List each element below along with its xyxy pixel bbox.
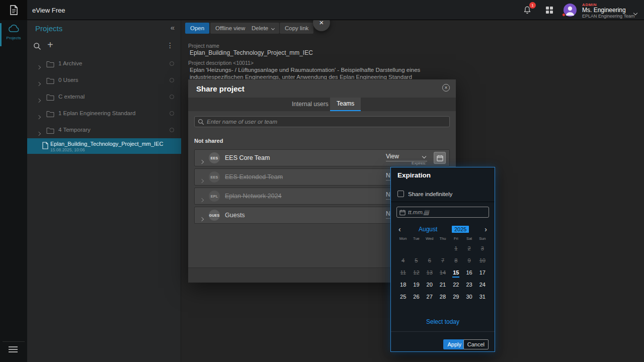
collapse-panel-icon[interactable]: «	[171, 23, 175, 32]
cancel-button[interactable]: Cancel	[463, 339, 489, 349]
status-dot-icon	[562, 13, 566, 17]
calendar-day: 1	[449, 243, 462, 255]
calendar-day[interactable]: 20	[423, 279, 436, 291]
close-dialog-icon[interactable]: ×	[442, 84, 450, 92]
tree-item-eplan-standard[interactable]: 1 Eplan Engineering Standard	[27, 105, 181, 122]
calendar-day[interactable]: 26	[410, 291, 423, 303]
expiration-calendar-button[interactable]	[434, 152, 445, 163]
menu-hamburger-icon[interactable]	[9, 345, 18, 354]
calendar-day[interactable]: 19	[410, 279, 423, 291]
calendar-day[interactable]: 30	[462, 291, 475, 303]
popover-title: Expiration	[397, 171, 431, 179]
tree-item-label: 1 Archive	[58, 60, 82, 66]
tree-item-external[interactable]: C external	[27, 88, 181, 105]
nav-rail: Projects	[0, 20, 27, 362]
calendar-day: 10	[476, 255, 489, 267]
tab-teams[interactable]: Teams	[330, 98, 361, 111]
select-today-link[interactable]: Select today	[391, 318, 495, 325]
calendar-day[interactable]: 27	[423, 291, 436, 303]
copy-link-button[interactable]: Copy link	[280, 23, 313, 34]
calendar-header: ‹ August 2025 ›	[396, 225, 489, 234]
weekday-label: Sun	[476, 236, 489, 241]
weekday-label: Fri	[449, 236, 462, 241]
apply-button[interactable]: Apply	[443, 339, 465, 349]
add-project-button[interactable]: +	[47, 39, 53, 51]
tab-internal-users[interactable]: Internal users	[287, 98, 334, 111]
open-button[interactable]: Open	[185, 23, 209, 34]
expiration-popover: Expiration Share indefinitely ‹ August 2…	[390, 167, 495, 352]
expand-chevron-icon[interactable]	[37, 95, 40, 104]
project-description-label: Project description <10011>	[188, 60, 254, 66]
calendar-day: 2	[462, 243, 475, 255]
team-avatar: EES	[209, 171, 220, 183]
day-grid: 1234567891011121314151617181920212223242…	[396, 243, 489, 303]
status-circle-icon	[170, 111, 174, 116]
calendar-day[interactable]: 16	[462, 267, 475, 279]
status-circle-icon	[170, 128, 174, 132]
calendar-day[interactable]: 18	[396, 279, 410, 291]
expand-chevron-icon[interactable]	[200, 175, 203, 185]
expand-chevron-icon[interactable]	[37, 62, 40, 71]
delete-label: Delete	[252, 25, 268, 31]
team-row-ees-core[interactable]: EES EES Core Team View Expires:	[194, 149, 450, 166]
calendar-day[interactable]: 28	[436, 291, 449, 303]
folder-icon	[46, 94, 54, 103]
offline-view-button[interactable]: Offline view	[210, 23, 250, 34]
calendar-month[interactable]: August	[419, 226, 437, 233]
calendar-day: 13	[423, 267, 436, 279]
share-indefinitely-checkbox[interactable]	[397, 191, 404, 197]
calendar-day[interactable]: 29	[449, 291, 462, 303]
expand-chevron-icon[interactable]	[37, 112, 40, 121]
calendar-day[interactable]: 25	[396, 291, 410, 303]
weekday-label: Sat	[462, 236, 475, 241]
app-title: eView Free	[32, 7, 65, 14]
folder-icon	[46, 110, 54, 119]
tree-item-archive[interactable]: 1 Archive	[27, 55, 181, 72]
previous-month-icon[interactable]: ‹	[398, 225, 401, 234]
not-shared-section-label: Not shared	[194, 138, 223, 144]
calendar-day-empty	[436, 243, 449, 255]
share-indefinitely-label: Share indefinitely	[408, 191, 452, 197]
expiration-date-field[interactable]	[396, 207, 489, 218]
delete-button[interactable]: Delete	[247, 23, 279, 34]
search-icon[interactable]	[33, 42, 41, 52]
expand-chevron-icon[interactable]	[37, 78, 40, 87]
calendar-day[interactable]: 17	[476, 267, 489, 279]
sidebar-item-projects[interactable]: Projects	[0, 24, 27, 40]
team-search-field[interactable]	[194, 116, 450, 127]
tree-item-label: 4 Temporary	[58, 127, 91, 133]
selected-project-row[interactable]: Eplan_Building_Technology_Project_mm_IEC…	[27, 138, 181, 154]
calendar-year-selected[interactable]: 2025	[452, 226, 469, 233]
calendar-day[interactable]: 22	[449, 279, 462, 291]
panel-more-menu-icon[interactable]: ⋮	[167, 41, 174, 49]
calendar-day[interactable]: 21	[436, 279, 449, 291]
expiration-date-input[interactable]	[408, 207, 488, 217]
calendar-day: 12	[410, 267, 423, 279]
calendar-day: 9	[462, 255, 475, 267]
calendar-icon	[437, 155, 443, 161]
apps-grid-icon[interactable]	[546, 7, 553, 14]
search-input[interactable]	[207, 117, 447, 127]
tree-item-temporary[interactable]: 4 Temporary	[27, 122, 181, 138]
search-icon	[198, 119, 204, 125]
tree-item-users[interactable]: 0 Users	[27, 72, 181, 88]
calendar-day[interactable]: 31	[476, 291, 489, 303]
delete-dropdown-chevron-icon[interactable]	[271, 27, 275, 30]
expand-chevron-icon[interactable]	[200, 156, 203, 165]
user-team: EPLAN Engineering Team	[582, 14, 634, 19]
expand-chevron-icon[interactable]	[200, 214, 203, 223]
calendar-day-today[interactable]: 15	[449, 267, 462, 279]
projects-panel: Projects « + ⋮ 1 Archive 0 Users C exter…	[27, 20, 181, 362]
calendar-day[interactable]: 24	[476, 279, 489, 291]
weekday-row: MonTueWedThuFriSatSun	[396, 236, 489, 241]
expand-chevron-icon[interactable]	[37, 128, 40, 137]
expand-chevron-icon[interactable]	[200, 195, 203, 204]
app-logo[interactable]	[0, 0, 27, 20]
expires-label: Expires:	[412, 161, 426, 165]
topbar: eView Free 1 ADMIN Ms. Engineering EPLAN…	[0, 0, 644, 20]
next-month-icon[interactable]: ›	[485, 225, 487, 234]
calendar-day[interactable]: 23	[462, 279, 475, 291]
permission-dropdown[interactable]: View	[386, 153, 427, 161]
folder-icon	[46, 60, 54, 69]
user-menu-chevron-icon[interactable]	[634, 8, 637, 17]
